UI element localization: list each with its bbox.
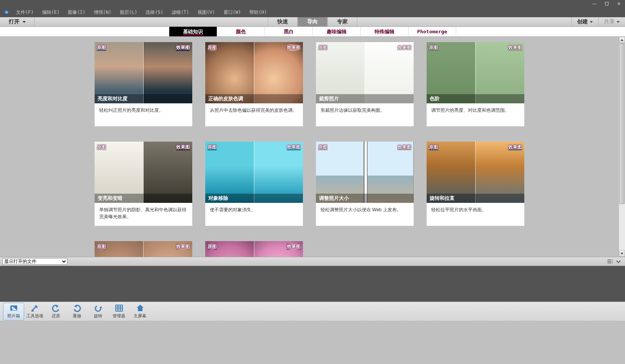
svg-point-5 bbox=[612, 261, 613, 262]
content-area: 原图 效果图 亮度和对比度 轻松纠正照片的亮度和对比度。 原图 效果图 正确的皮… bbox=[0, 37, 625, 257]
guided-card-3[interactable]: 原图 效果图 色阶 调节照片的亮度、对比度和色调范围。 bbox=[427, 42, 524, 126]
card-thumb: 原图 效果图 bbox=[95, 241, 192, 257]
menu-item-8[interactable]: 窗口(W) bbox=[220, 8, 245, 17]
category-bar: 基础知识颜色黑白趣味编辑特殊编辑Photomerge bbox=[0, 27, 625, 37]
after-tag: 效果图 bbox=[398, 144, 411, 150]
mode-right-1[interactable]: 共享 bbox=[598, 17, 625, 26]
redo-icon bbox=[73, 304, 81, 312]
svg-rect-4 bbox=[607, 261, 611, 262]
category-tab-4[interactable]: 特殊编辑 bbox=[360, 27, 408, 36]
after-tag: 效果图 bbox=[287, 243, 301, 250]
svg-marker-12 bbox=[56, 305, 59, 308]
action-label: 还原 bbox=[52, 313, 60, 319]
after-tag: 效果图 bbox=[176, 144, 190, 150]
mode-tab-1[interactable]: 导向 bbox=[298, 17, 327, 26]
menu-item-4[interactable]: 图层(L) bbox=[116, 8, 141, 17]
after-tag: 效果图 bbox=[287, 44, 301, 51]
menu-item-1[interactable]: 编辑(E) bbox=[38, 8, 64, 17]
mode-tab-0[interactable]: 快速 bbox=[268, 17, 298, 26]
card-thumb: 原图 效果图 亮度和对比度 bbox=[95, 42, 192, 103]
card-thumb: 原图 效果图 旋转和拉直 bbox=[427, 142, 524, 203]
action-rotate[interactable]: 旋转 bbox=[87, 303, 108, 320]
tools-icon bbox=[31, 304, 39, 312]
window-close-button[interactable]: ✕ bbox=[613, 0, 625, 7]
photobin-file-select[interactable]: 显示打开的文件 bbox=[2, 258, 67, 265]
undo-icon bbox=[52, 304, 60, 312]
guided-card-1[interactable]: 原图 效果图 正确的皮肤色调 从照片中去除色偏以获得完美的皮肤色调。 bbox=[205, 42, 303, 126]
mode-tab-2[interactable]: 专家 bbox=[327, 17, 357, 26]
action-undo[interactable]: 还原 bbox=[45, 303, 66, 320]
menu-item-7[interactable]: 视图(V) bbox=[194, 8, 219, 17]
grid-icon bbox=[115, 304, 123, 312]
after-tag: 效果图 bbox=[287, 144, 301, 150]
before-tag: 原图 bbox=[429, 144, 438, 150]
guided-card-2[interactable]: 原图 效果图 裁剪照片 剪裁照片边缘以获取完美构图。 bbox=[316, 42, 414, 126]
card-desc: 轻松纠正照片的亮度和对比度。 bbox=[95, 103, 192, 126]
photobin-header: 显示打开的文件 bbox=[0, 257, 625, 266]
card-title: 正确的皮肤色调 bbox=[205, 94, 303, 103]
action-label: 管理器 bbox=[113, 313, 125, 319]
category-tab-2[interactable]: 黑白 bbox=[265, 27, 312, 36]
before-tag: 原图 bbox=[97, 44, 106, 51]
open-button[interactable]: 打开 bbox=[0, 17, 34, 26]
menu-item-2[interactable]: 图像(I) bbox=[64, 8, 89, 17]
category-tab-1[interactable]: 颜色 bbox=[217, 27, 265, 36]
action-home[interactable]: 主屏幕 bbox=[129, 303, 151, 320]
guided-card-4[interactable]: 原图 效果图 变亮和变暗 单独调节照片的阴影、高光和中色调以获得完美曝光效果。 bbox=[95, 142, 192, 226]
before-tag: 原图 bbox=[97, 243, 106, 250]
guided-card-8[interactable]: 原图 效果图 bbox=[95, 241, 192, 257]
action-label: 工具选项 bbox=[26, 313, 43, 319]
menu-item-5[interactable]: 选择(S) bbox=[142, 8, 167, 17]
before-tag: 原图 bbox=[429, 44, 438, 51]
action-label: 主屏幕 bbox=[134, 313, 146, 319]
menu-item-6[interactable]: 滤镜(T) bbox=[168, 8, 193, 17]
category-tab-0[interactable]: 基础知识 bbox=[169, 27, 217, 36]
guided-card-6[interactable]: 原图 效果图 调整照片大小 轻松调整照片大小以便在 Web 上发布。 bbox=[316, 142, 414, 226]
card-thumb: 原图 效果图 正确的皮肤色调 bbox=[205, 42, 303, 103]
action-photo[interactable]: 照片箱 bbox=[3, 303, 24, 320]
window-minimize-button[interactable]: — bbox=[588, 0, 600, 7]
card-title: 裁剪照片 bbox=[316, 94, 414, 103]
guided-card-7[interactable]: 原图 效果图 旋转和拉直 轻松拉平照片的水平画面。 bbox=[427, 142, 524, 226]
mode-right-0[interactable]: 创建 bbox=[571, 17, 598, 26]
after-tag: 效果图 bbox=[398, 44, 411, 51]
after-tag: 效果图 bbox=[176, 44, 190, 51]
scroll-thumb[interactable] bbox=[619, 43, 625, 204]
menu-item-9[interactable]: 帮助(H) bbox=[245, 8, 271, 17]
category-tab-5[interactable]: Photomerge bbox=[408, 27, 456, 36]
after-tag: 效果图 bbox=[508, 44, 522, 51]
guided-card-9[interactable]: 原图 效果图 bbox=[205, 241, 303, 257]
before-tag: 原图 bbox=[318, 144, 327, 150]
card-thumb: 原图 效果图 调整照片大小 bbox=[316, 142, 414, 203]
action-redo[interactable]: 重做 bbox=[66, 303, 87, 320]
card-title: 旋转和拉直 bbox=[427, 194, 524, 203]
card-desc: 调节照片的亮度、对比度和色调范围。 bbox=[427, 103, 524, 126]
before-tag: 原图 bbox=[208, 144, 217, 150]
rotate-icon bbox=[94, 304, 102, 312]
window-maximize-button[interactable]: ☐ bbox=[600, 0, 613, 7]
card-thumb: 原图 效果图 变亮和变暗 bbox=[95, 142, 192, 203]
guided-card-0[interactable]: 原图 效果图 亮度和对比度 轻松纠正照片的亮度和对比度。 bbox=[95, 42, 192, 126]
guided-card-5[interactable]: 原图 效果图 对象移除 使不需要的对象消失。 bbox=[205, 142, 303, 226]
category-tab-3[interactable]: 趣味编辑 bbox=[312, 27, 360, 36]
before-tag: 原图 bbox=[318, 44, 327, 51]
window-title-bar: — ☐ ✕ bbox=[0, 0, 625, 7]
vertical-scrollbar[interactable] bbox=[618, 37, 625, 257]
scroll-down-button[interactable] bbox=[619, 250, 625, 257]
action-tools[interactable]: 工具选项 bbox=[24, 303, 45, 320]
photobin-list-icon[interactable] bbox=[606, 258, 614, 265]
menu-bar: 文件(F)编辑(E)图像(I)增强(N)图层(L)选择(S)滤镜(T)视图(V)… bbox=[0, 7, 625, 17]
svg-marker-21 bbox=[137, 305, 144, 311]
svg-rect-6 bbox=[607, 263, 611, 263]
menu-item-0[interactable]: 文件(F) bbox=[12, 8, 38, 17]
card-thumb: 原图 效果图 裁剪照片 bbox=[316, 42, 414, 103]
menu-item-3[interactable]: 增强(N) bbox=[90, 8, 115, 17]
svg-point-3 bbox=[612, 260, 613, 260]
card-desc: 从照片中去除色偏以获得完美的皮肤色调。 bbox=[205, 103, 303, 126]
card-desc: 剪裁照片边缘以获取完美构图。 bbox=[316, 103, 414, 126]
svg-marker-15 bbox=[100, 306, 102, 308]
photobin-collapse-icon[interactable] bbox=[614, 258, 623, 265]
scroll-up-button[interactable] bbox=[619, 37, 625, 43]
action-grid[interactable]: 管理器 bbox=[108, 303, 129, 320]
svg-rect-11 bbox=[31, 310, 34, 312]
